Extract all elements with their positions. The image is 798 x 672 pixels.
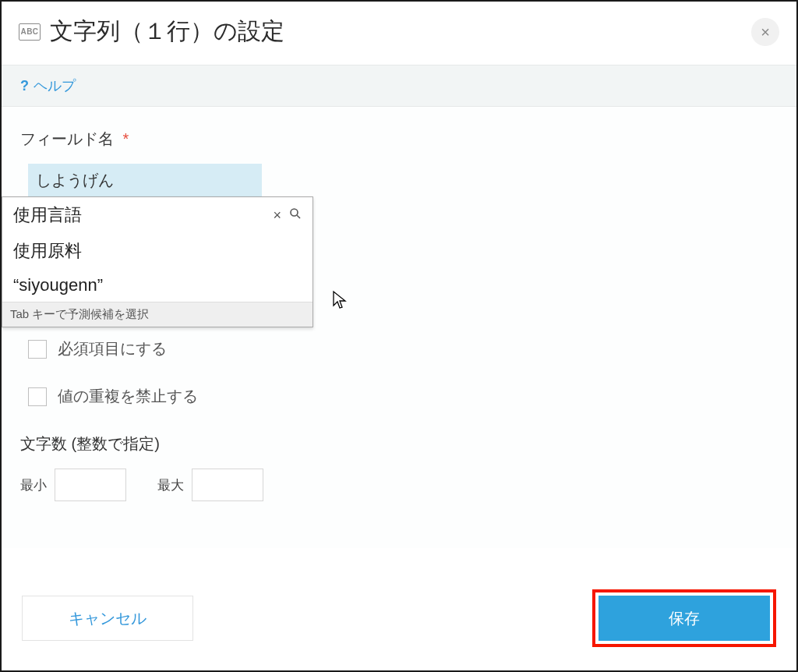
charcount-max-group: 最大: [157, 469, 263, 501]
close-icon: ×: [761, 24, 770, 40]
field-name-label: フィールド名 *: [20, 129, 778, 150]
dialog-footer: キャンセル 保存: [3, 572, 795, 669]
unique-checkbox-label: 値の重複を禁止する: [58, 386, 198, 407]
text-field-icon: ABC: [19, 23, 41, 41]
svg-line-1: [297, 215, 300, 218]
help-link[interactable]: ? ヘルプ: [20, 76, 76, 95]
charcount-min-input[interactable]: [55, 469, 126, 501]
save-button[interactable]: 保存: [598, 596, 770, 641]
ime-search-icon[interactable]: [289, 207, 302, 224]
save-button-highlight: 保存: [592, 589, 776, 647]
svg-point-0: [291, 209, 298, 216]
form-body: フィールド名 * 使用言語 × 使用原料 “siyougenn” T: [2, 107, 796, 548]
unique-checkbox[interactable]: [28, 387, 47, 406]
ime-candidate-item[interactable]: 使用言語 ×: [2, 197, 312, 233]
field-name-label-text: フィールド名: [20, 130, 114, 147]
ime-candidate-item[interactable]: 使用原料: [2, 233, 312, 269]
field-name-input[interactable]: [28, 164, 262, 198]
required-checkbox[interactable]: [28, 340, 47, 359]
charcount-min-group: 最小: [20, 469, 126, 501]
close-button[interactable]: ×: [751, 18, 779, 46]
required-checkbox-row: 必須項目にする: [28, 338, 778, 359]
dialog-title: 文字列（１行）の設定: [50, 16, 284, 48]
help-label: ヘルプ: [34, 76, 76, 95]
ime-item-actions: ×: [273, 207, 302, 224]
checkbox-group: 必須項目にする 値の重複を禁止する: [28, 338, 778, 407]
unique-checkbox-row: 値の重複を禁止する: [28, 386, 778, 407]
charcount-max-input[interactable]: [192, 469, 263, 501]
dialog-header: ABC 文字列（１行）の設定 ×: [2, 2, 796, 65]
ime-hint-bar: Tab キーで予測候補を選択: [2, 302, 312, 327]
charcount-min-label: 最小: [20, 476, 47, 494]
required-checkbox-label: 必須項目にする: [58, 338, 167, 359]
ime-candidate-popup: 使用言語 × 使用原料 “siyougenn” Tab キーで予測候補を選択: [2, 196, 313, 327]
header-left: ABC 文字列（１行）の設定: [19, 16, 284, 48]
ime-candidate-text: 使用言語: [13, 203, 82, 227]
charcount-section-title: 文字数 (整数で指定): [20, 433, 778, 454]
help-icon: ?: [20, 78, 29, 94]
charcount-max-label: 最大: [157, 476, 184, 494]
ime-candidate-text: “siyougenn”: [13, 275, 103, 295]
help-bar: ? ヘルプ: [2, 65, 796, 107]
ime-clear-icon[interactable]: ×: [273, 207, 281, 224]
ime-candidate-item[interactable]: “siyougenn”: [2, 269, 312, 302]
field-name-input-wrap: [28, 164, 778, 198]
ime-candidate-text: 使用原料: [13, 239, 82, 263]
charcount-row: 最小 最大: [20, 469, 778, 501]
required-indicator: *: [123, 130, 129, 147]
cancel-button[interactable]: キャンセル: [22, 596, 193, 641]
